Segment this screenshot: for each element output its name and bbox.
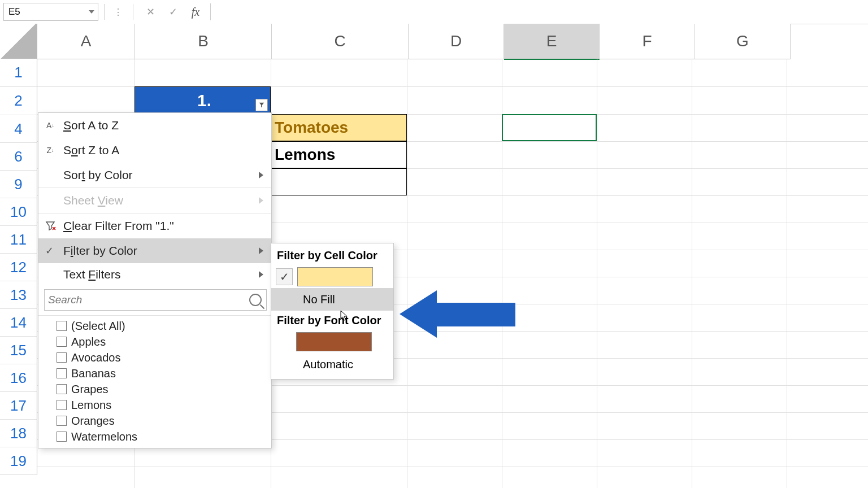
menu-sort-z-a[interactable]: Z↓ Sort Z to A — [38, 138, 271, 163]
checkbox-icon — [57, 432, 67, 442]
row-header-2[interactable]: 2 — [0, 87, 37, 115]
menu-filter-by-color[interactable]: ✓ Filter by Color — [38, 238, 271, 263]
row-header-12[interactable]: 12 — [0, 254, 37, 281]
column-header-B[interactable]: B — [135, 24, 272, 59]
menu-clear-filter[interactable]: Clear Filter From "1." — [38, 213, 271, 238]
annotation-arrow — [400, 290, 515, 338]
cell-c9[interactable] — [271, 168, 407, 195]
filter-check-label: Bananas — [71, 367, 116, 380]
filter-checklist: (Select All)ApplesAvocadosBananasGrapesL… — [38, 315, 271, 448]
filter-check-item[interactable]: Lemons — [57, 397, 266, 413]
divider — [133, 4, 133, 20]
filter-dropdown-button[interactable] — [255, 99, 268, 111]
menu-text-filters[interactable]: Text Filters — [38, 263, 271, 286]
table-header-1[interactable]: 1. — [134, 86, 271, 114]
row-header-1[interactable]: 1 — [0, 59, 37, 87]
fx-icon[interactable]: fx — [184, 3, 207, 20]
column-header-G[interactable]: G — [695, 24, 791, 59]
chevron-right-icon — [259, 247, 263, 254]
row-header-11[interactable]: 11 — [0, 226, 37, 254]
column-header-D[interactable]: D — [409, 24, 504, 59]
checkbox-icon — [57, 321, 67, 331]
filter-cell-color-header: Filter by Cell Color — [271, 243, 393, 265]
row-header-17[interactable]: 17 — [0, 392, 37, 420]
filter-font-automatic[interactable]: Automatic — [271, 353, 393, 376]
row-header-14[interactable]: 14 — [0, 309, 37, 337]
cell-color-swatch — [297, 267, 373, 286]
menu-sheet-view: Sheet View — [38, 188, 271, 213]
active-cell-outline — [502, 114, 597, 141]
checkbox-icon — [57, 368, 67, 378]
filter-check-label: Oranges — [71, 415, 115, 428]
filter-by-color-submenu: Filter by Cell Color ✓ No Fill Filter by… — [271, 243, 394, 380]
column-headers: ABCDEFG — [37, 24, 868, 59]
column-header-C[interactable]: C — [272, 24, 409, 59]
column-header-F[interactable]: F — [600, 24, 695, 59]
divider — [104, 4, 105, 20]
drag-handle-icon[interactable]: ⋮ — [114, 7, 124, 18]
filter-font-color-header: Filter by Font Color — [271, 311, 393, 330]
chevron-right-icon — [259, 271, 263, 278]
checkbox-icon — [57, 400, 67, 410]
enter-icon[interactable] — [162, 3, 184, 20]
filter-search-wrap — [38, 286, 271, 314]
search-icon — [249, 294, 262, 306]
checkbox-icon — [57, 416, 67, 426]
filter-font-color-brown[interactable] — [271, 330, 393, 353]
filter-check-item[interactable]: Oranges — [57, 413, 266, 429]
filter-check-label: Watermelons — [71, 430, 137, 443]
filter-check-item[interactable]: Apples — [57, 334, 266, 350]
filter-check-label: Grapes — [71, 383, 108, 396]
checkbox-icon — [57, 337, 67, 347]
name-box-value: E5 — [8, 6, 20, 18]
filter-cell-no-fill[interactable]: No Fill — [271, 288, 393, 311]
check-icon: ✓ — [45, 245, 54, 257]
column-header-E[interactable]: E — [504, 24, 600, 60]
column-header-A[interactable]: A — [37, 24, 135, 59]
row-header-10[interactable]: 10 — [0, 198, 37, 226]
row-header-19[interactable]: 19 — [0, 447, 37, 475]
filter-check-item[interactable]: Avocados — [57, 350, 266, 365]
row-header-9[interactable]: 9 — [0, 171, 37, 198]
select-all-corner[interactable] — [0, 24, 38, 59]
cell-c4[interactable]: Tomatoes — [271, 114, 407, 141]
filter-check-item[interactable]: Bananas — [57, 365, 266, 381]
name-box[interactable]: E5 — [3, 3, 98, 21]
filter-check-item[interactable]: Grapes — [57, 381, 266, 397]
chevron-right-icon — [259, 197, 263, 204]
filter-context-menu: A↓ Sort A to Z Z↓ Sort Z to A Sort by Co… — [38, 112, 272, 448]
checkbox-icon — [57, 384, 67, 394]
sort-az-icon: A↓ — [44, 119, 57, 132]
check-icon: ✓ — [276, 268, 293, 285]
filter-check-item[interactable]: Watermelons — [57, 429, 266, 445]
formula-input[interactable] — [210, 3, 868, 20]
checkbox-icon — [57, 352, 67, 363]
cell-c6[interactable]: Lemons — [271, 141, 407, 168]
row-header-18[interactable]: 18 — [0, 420, 37, 447]
filter-check-label: Lemons — [71, 399, 111, 412]
row-header-15[interactable]: 15 — [0, 337, 37, 364]
row-header-16[interactable]: 16 — [0, 364, 37, 392]
row-header-6[interactable]: 6 — [0, 143, 37, 171]
font-color-swatch — [296, 332, 372, 351]
row-header-13[interactable]: 13 — [0, 281, 37, 309]
filter-search-input[interactable] — [44, 289, 267, 311]
filter-check-item[interactable]: (Select All) — [57, 318, 266, 334]
row-header-4[interactable]: 4 — [0, 115, 37, 143]
cancel-icon[interactable] — [139, 3, 162, 20]
formula-bar: E5 ⋮ fx — [0, 0, 868, 24]
search-field[interactable] — [45, 293, 249, 307]
menu-sort-a-z[interactable]: A↓ Sort A to Z — [38, 113, 271, 138]
clear-filter-icon — [44, 220, 57, 232]
chevron-right-icon — [259, 172, 263, 178]
filter-cell-color-yellow[interactable]: ✓ — [271, 265, 393, 288]
filter-check-label: Avocados — [71, 351, 120, 364]
chevron-down-icon — [89, 10, 94, 14]
filter-check-label: Apples — [71, 336, 106, 348]
filter-check-label: (Select All) — [71, 320, 125, 333]
sort-za-icon: Z↓ — [44, 144, 57, 156]
menu-sort-by-color[interactable]: Sort by Color — [38, 163, 271, 188]
row-headers: 1246910111213141516171819 — [0, 59, 37, 475]
